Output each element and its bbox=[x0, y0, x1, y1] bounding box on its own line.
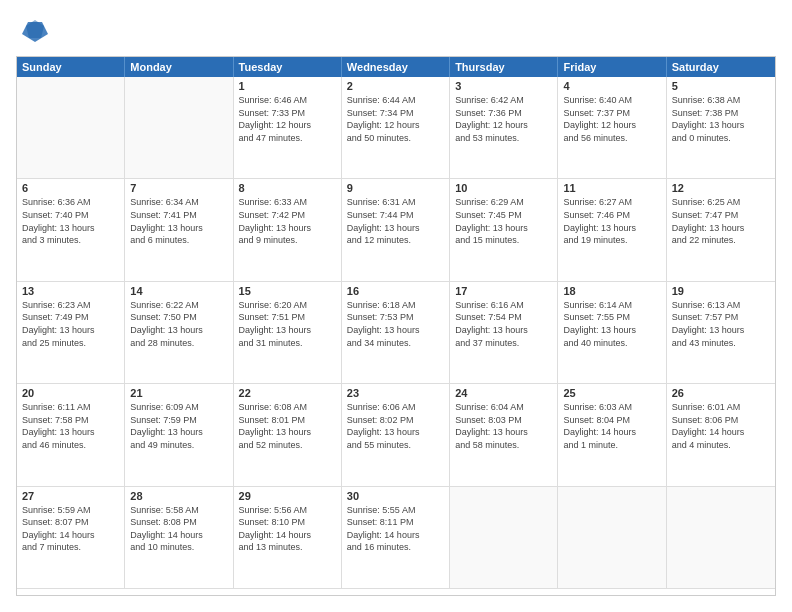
calendar-cell: 8Sunrise: 6:33 AM Sunset: 7:42 PM Daylig… bbox=[234, 179, 342, 281]
calendar-cell: 6Sunrise: 6:36 AM Sunset: 7:40 PM Daylig… bbox=[17, 179, 125, 281]
logo bbox=[16, 16, 50, 46]
calendar-cell: 27Sunrise: 5:59 AM Sunset: 8:07 PM Dayli… bbox=[17, 487, 125, 589]
day-info: Sunrise: 6:34 AM Sunset: 7:41 PM Dayligh… bbox=[130, 196, 227, 246]
day-number: 21 bbox=[130, 387, 227, 399]
day-number: 12 bbox=[672, 182, 770, 194]
day-info: Sunrise: 6:09 AM Sunset: 7:59 PM Dayligh… bbox=[130, 401, 227, 451]
logo-icon bbox=[20, 16, 50, 46]
calendar-cell bbox=[125, 77, 233, 179]
day-number: 18 bbox=[563, 285, 660, 297]
day-info: Sunrise: 5:58 AM Sunset: 8:08 PM Dayligh… bbox=[130, 504, 227, 554]
day-info: Sunrise: 6:22 AM Sunset: 7:50 PM Dayligh… bbox=[130, 299, 227, 349]
calendar-cell: 12Sunrise: 6:25 AM Sunset: 7:47 PM Dayli… bbox=[667, 179, 775, 281]
calendar-cell: 29Sunrise: 5:56 AM Sunset: 8:10 PM Dayli… bbox=[234, 487, 342, 589]
day-info: Sunrise: 6:40 AM Sunset: 7:37 PM Dayligh… bbox=[563, 94, 660, 144]
header bbox=[16, 16, 776, 46]
day-info: Sunrise: 6:36 AM Sunset: 7:40 PM Dayligh… bbox=[22, 196, 119, 246]
calendar-header: SundayMondayTuesdayWednesdayThursdayFrid… bbox=[17, 57, 775, 77]
calendar-grid: 1Sunrise: 6:46 AM Sunset: 7:33 PM Daylig… bbox=[17, 77, 775, 589]
calendar-cell: 7Sunrise: 6:34 AM Sunset: 7:41 PM Daylig… bbox=[125, 179, 233, 281]
calendar-cell: 4Sunrise: 6:40 AM Sunset: 7:37 PM Daylig… bbox=[558, 77, 666, 179]
day-number: 6 bbox=[22, 182, 119, 194]
day-info: Sunrise: 6:11 AM Sunset: 7:58 PM Dayligh… bbox=[22, 401, 119, 451]
day-info: Sunrise: 6:03 AM Sunset: 8:04 PM Dayligh… bbox=[563, 401, 660, 451]
day-info: Sunrise: 6:44 AM Sunset: 7:34 PM Dayligh… bbox=[347, 94, 444, 144]
calendar-cell: 1Sunrise: 6:46 AM Sunset: 7:33 PM Daylig… bbox=[234, 77, 342, 179]
day-number: 20 bbox=[22, 387, 119, 399]
day-number: 19 bbox=[672, 285, 770, 297]
day-info: Sunrise: 5:55 AM Sunset: 8:11 PM Dayligh… bbox=[347, 504, 444, 554]
day-number: 8 bbox=[239, 182, 336, 194]
header-day-monday: Monday bbox=[125, 57, 233, 77]
day-info: Sunrise: 6:18 AM Sunset: 7:53 PM Dayligh… bbox=[347, 299, 444, 349]
day-number: 16 bbox=[347, 285, 444, 297]
day-number: 26 bbox=[672, 387, 770, 399]
day-info: Sunrise: 6:38 AM Sunset: 7:38 PM Dayligh… bbox=[672, 94, 770, 144]
day-info: Sunrise: 6:20 AM Sunset: 7:51 PM Dayligh… bbox=[239, 299, 336, 349]
day-info: Sunrise: 6:13 AM Sunset: 7:57 PM Dayligh… bbox=[672, 299, 770, 349]
day-number: 29 bbox=[239, 490, 336, 502]
day-number: 14 bbox=[130, 285, 227, 297]
calendar-cell: 21Sunrise: 6:09 AM Sunset: 7:59 PM Dayli… bbox=[125, 384, 233, 486]
calendar: SundayMondayTuesdayWednesdayThursdayFrid… bbox=[16, 56, 776, 596]
calendar-cell: 18Sunrise: 6:14 AM Sunset: 7:55 PM Dayli… bbox=[558, 282, 666, 384]
day-number: 7 bbox=[130, 182, 227, 194]
day-number: 30 bbox=[347, 490, 444, 502]
calendar-cell: 16Sunrise: 6:18 AM Sunset: 7:53 PM Dayli… bbox=[342, 282, 450, 384]
day-number: 3 bbox=[455, 80, 552, 92]
calendar-cell: 28Sunrise: 5:58 AM Sunset: 8:08 PM Dayli… bbox=[125, 487, 233, 589]
day-number: 2 bbox=[347, 80, 444, 92]
day-number: 17 bbox=[455, 285, 552, 297]
day-number: 27 bbox=[22, 490, 119, 502]
calendar-cell: 10Sunrise: 6:29 AM Sunset: 7:45 PM Dayli… bbox=[450, 179, 558, 281]
calendar-cell: 24Sunrise: 6:04 AM Sunset: 8:03 PM Dayli… bbox=[450, 384, 558, 486]
calendar-cell: 11Sunrise: 6:27 AM Sunset: 7:46 PM Dayli… bbox=[558, 179, 666, 281]
calendar-cell: 19Sunrise: 6:13 AM Sunset: 7:57 PM Dayli… bbox=[667, 282, 775, 384]
day-number: 13 bbox=[22, 285, 119, 297]
day-number: 5 bbox=[672, 80, 770, 92]
calendar-cell: 26Sunrise: 6:01 AM Sunset: 8:06 PM Dayli… bbox=[667, 384, 775, 486]
day-number: 1 bbox=[239, 80, 336, 92]
day-info: Sunrise: 6:25 AM Sunset: 7:47 PM Dayligh… bbox=[672, 196, 770, 246]
header-day-saturday: Saturday bbox=[667, 57, 775, 77]
day-number: 11 bbox=[563, 182, 660, 194]
header-day-wednesday: Wednesday bbox=[342, 57, 450, 77]
calendar-cell: 23Sunrise: 6:06 AM Sunset: 8:02 PM Dayli… bbox=[342, 384, 450, 486]
calendar-cell: 25Sunrise: 6:03 AM Sunset: 8:04 PM Dayli… bbox=[558, 384, 666, 486]
calendar-cell: 15Sunrise: 6:20 AM Sunset: 7:51 PM Dayli… bbox=[234, 282, 342, 384]
day-info: Sunrise: 6:23 AM Sunset: 7:49 PM Dayligh… bbox=[22, 299, 119, 349]
calendar-cell bbox=[17, 77, 125, 179]
day-number: 9 bbox=[347, 182, 444, 194]
day-info: Sunrise: 6:27 AM Sunset: 7:46 PM Dayligh… bbox=[563, 196, 660, 246]
calendar-cell bbox=[558, 487, 666, 589]
calendar-cell: 22Sunrise: 6:08 AM Sunset: 8:01 PM Dayli… bbox=[234, 384, 342, 486]
calendar-cell: 3Sunrise: 6:42 AM Sunset: 7:36 PM Daylig… bbox=[450, 77, 558, 179]
calendar-cell: 17Sunrise: 6:16 AM Sunset: 7:54 PM Dayli… bbox=[450, 282, 558, 384]
day-number: 10 bbox=[455, 182, 552, 194]
page: SundayMondayTuesdayWednesdayThursdayFrid… bbox=[0, 0, 792, 612]
header-day-tuesday: Tuesday bbox=[234, 57, 342, 77]
day-info: Sunrise: 6:29 AM Sunset: 7:45 PM Dayligh… bbox=[455, 196, 552, 246]
day-info: Sunrise: 6:31 AM Sunset: 7:44 PM Dayligh… bbox=[347, 196, 444, 246]
calendar-cell: 14Sunrise: 6:22 AM Sunset: 7:50 PM Dayli… bbox=[125, 282, 233, 384]
calendar-cell: 9Sunrise: 6:31 AM Sunset: 7:44 PM Daylig… bbox=[342, 179, 450, 281]
day-info: Sunrise: 6:04 AM Sunset: 8:03 PM Dayligh… bbox=[455, 401, 552, 451]
day-info: Sunrise: 6:42 AM Sunset: 7:36 PM Dayligh… bbox=[455, 94, 552, 144]
header-day-thursday: Thursday bbox=[450, 57, 558, 77]
day-info: Sunrise: 6:46 AM Sunset: 7:33 PM Dayligh… bbox=[239, 94, 336, 144]
day-info: Sunrise: 6:33 AM Sunset: 7:42 PM Dayligh… bbox=[239, 196, 336, 246]
day-number: 25 bbox=[563, 387, 660, 399]
day-info: Sunrise: 6:06 AM Sunset: 8:02 PM Dayligh… bbox=[347, 401, 444, 451]
calendar-cell bbox=[667, 487, 775, 589]
day-info: Sunrise: 5:59 AM Sunset: 8:07 PM Dayligh… bbox=[22, 504, 119, 554]
calendar-cell: 5Sunrise: 6:38 AM Sunset: 7:38 PM Daylig… bbox=[667, 77, 775, 179]
day-number: 22 bbox=[239, 387, 336, 399]
day-number: 23 bbox=[347, 387, 444, 399]
day-number: 4 bbox=[563, 80, 660, 92]
header-day-friday: Friday bbox=[558, 57, 666, 77]
day-number: 28 bbox=[130, 490, 227, 502]
day-info: Sunrise: 6:14 AM Sunset: 7:55 PM Dayligh… bbox=[563, 299, 660, 349]
day-info: Sunrise: 6:08 AM Sunset: 8:01 PM Dayligh… bbox=[239, 401, 336, 451]
calendar-cell: 20Sunrise: 6:11 AM Sunset: 7:58 PM Dayli… bbox=[17, 384, 125, 486]
header-day-sunday: Sunday bbox=[17, 57, 125, 77]
